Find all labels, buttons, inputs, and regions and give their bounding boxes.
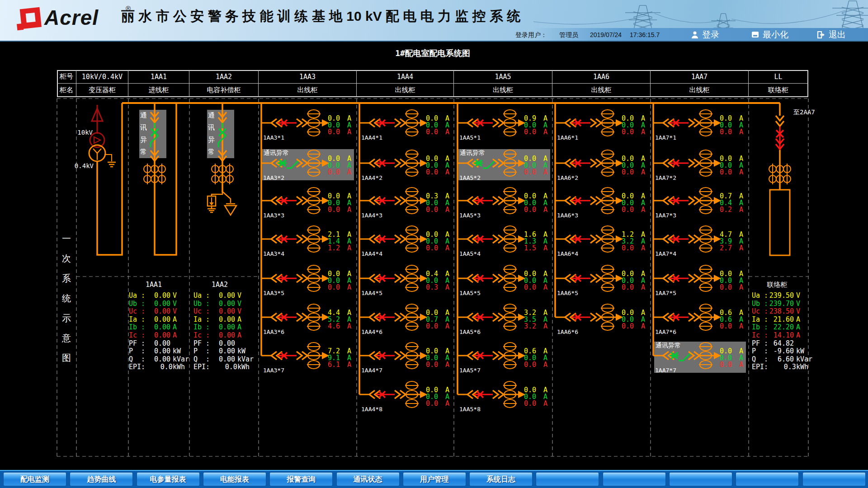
cabinet-id-cell: 1AA4 — [357, 70, 454, 84]
comm-error-label-char: 常 — [208, 148, 215, 155]
nav-button-1[interactable]: 配电监测 — [3, 472, 66, 486]
panel-row-value: 0.00 — [127, 332, 170, 339]
comm-error-label: 通讯异常 — [656, 342, 681, 349]
panel-row-value: 0.00 — [127, 308, 170, 315]
feeder-label: 1AA4*4 — [361, 251, 382, 257]
feeder-unit-a: A — [543, 284, 547, 291]
feeder-current-c: 1.5 — [511, 244, 536, 252]
feeder-unit-a: A — [641, 169, 645, 176]
panel-title: 联络柜 — [767, 281, 788, 288]
feeder-current-c: 0.0 — [707, 284, 732, 291]
cabinet-id-cell: 1AA5 — [454, 70, 552, 84]
side-label-char: 示 — [62, 314, 71, 323]
panel-row-unit: A — [796, 316, 800, 323]
panel-row-value: 0.00 — [127, 316, 170, 323]
cabinet-id-cell: 1AA1 — [128, 70, 189, 84]
feeder-current-c: 0.0 — [511, 206, 536, 213]
feeder-label: 1AA5*7 — [459, 367, 481, 374]
feeder-current-c: 0.0 — [413, 206, 438, 213]
feeder-current-c: 0.0 — [511, 169, 536, 176]
panel-row-value: 0.00 — [192, 324, 235, 331]
panel-row-value: 6.60 — [750, 356, 794, 363]
feeder-current-c: 0.0 — [413, 323, 438, 330]
feeder-unit-a: A — [445, 169, 449, 176]
side-label-char: 统 — [62, 294, 71, 303]
panel-row-unit: kW — [796, 347, 804, 355]
feeder-label: 1AA5*5 — [459, 290, 481, 296]
comm-error-label-char: 讯 — [208, 124, 215, 131]
feeder-current-c: 0.0 — [413, 128, 438, 136]
feeder-unit-a: A — [543, 206, 547, 213]
panel-row-unit: A — [796, 324, 800, 331]
nav-button-8[interactable]: 系统日志 — [469, 472, 533, 486]
feeder-current-c: 0.2 — [707, 206, 732, 213]
lv-voltage-label: 0.4kV — [66, 163, 94, 169]
panel-row-value: 0.00 — [127, 300, 170, 307]
feeder-unit-a: A — [543, 323, 547, 330]
panel-row-unit: A — [237, 324, 241, 331]
panel-row-unit: kVar — [173, 356, 189, 363]
panel-row-value: 0.00 — [192, 300, 235, 307]
feeder-unit-a: A — [739, 128, 743, 136]
nav-button-7[interactable]: 用户管理 — [403, 472, 466, 486]
comm-error-label-char: 异 — [140, 136, 147, 143]
panel-row-value: 0.00 — [192, 340, 235, 347]
feeder-unit-a: A — [739, 323, 743, 330]
feeder-current-c: 0.0 — [413, 244, 438, 252]
panel-row-unit: V — [173, 292, 177, 299]
panel-row-value: 239.70 — [750, 300, 794, 307]
panel-row-value: 0.00 — [192, 308, 235, 315]
feeder-current-c: 0.0 — [413, 169, 438, 176]
feeder-label: 1AA5*1 — [459, 135, 481, 141]
feeder-unit-a: A — [445, 284, 449, 291]
feeder-unit-a: A — [739, 244, 743, 252]
panel-row-unit: kW — [237, 347, 245, 355]
feeder-unit-a: A — [347, 128, 351, 136]
feeder-label: 1AA4*8 — [361, 406, 382, 413]
feeder-label: 1AA6*3 — [557, 212, 578, 219]
panel-row-value: -9.60 — [750, 347, 794, 355]
feeder-unit-a: A — [641, 284, 645, 291]
nav-button-4[interactable]: 电能报表 — [203, 472, 266, 486]
feeder-unit-a: A — [739, 361, 743, 368]
row-header-cabinet-id: 柜号 — [57, 70, 76, 84]
feeder-unit-a: A — [543, 400, 547, 407]
feeder-unit-a: A — [347, 169, 351, 176]
feeder-unit-a: A — [543, 244, 547, 252]
feeder-unit-a: A — [543, 361, 547, 368]
nav-button-2[interactable]: 趋势曲线 — [70, 472, 133, 486]
nav-button-empty — [802, 472, 866, 486]
cabinet-id-cell: 10kV/0.4kV — [76, 70, 128, 84]
nav-button-6[interactable]: 通讯状态 — [336, 472, 400, 486]
nav-button-3[interactable]: 电参量报表 — [137, 472, 200, 486]
panel-row-unit: V — [796, 292, 800, 299]
nav-button-empty — [536, 472, 599, 486]
feeder-current-c: 0.0 — [707, 361, 732, 368]
feeder-label: 1AA3*2 — [263, 175, 284, 181]
feeder-unit-a: A — [445, 128, 449, 136]
feeder-unit-a: A — [347, 244, 351, 252]
panel-row-value: 0.00 — [127, 340, 170, 347]
row-header-cabinet-name: 柜名 — [57, 84, 76, 97]
nav-button-5[interactable]: 报警查询 — [269, 472, 333, 486]
panel-row-value: 64.82 — [750, 340, 794, 347]
panel-row-value: 239.50 — [750, 292, 794, 299]
bottom-nav: 配电监测趋势曲线电参量报表电能报表报警查询通讯状态用户管理系统日志 — [0, 470, 868, 488]
panel-row-value: 0.00 — [127, 292, 170, 299]
panel-row-value: 0.00 — [192, 332, 235, 339]
feeder-unit-a: A — [445, 400, 449, 407]
cabinet-id-cell: 1AA6 — [552, 70, 651, 84]
feeder-current-c: 4.6 — [315, 323, 340, 330]
cabinet-name-cell: 出线柜 — [552, 84, 651, 97]
cabinet-name-cell: 联络柜 — [749, 84, 808, 97]
side-label-char: 一 — [62, 234, 71, 244]
comm-error-label-char: 通 — [208, 112, 215, 119]
feeder-current-c: 0.3 — [413, 284, 438, 291]
feeder-label: 1AA5*3 — [459, 212, 481, 219]
feeder-label: 1AA3*3 — [263, 212, 284, 219]
side-label-char: 图 — [62, 353, 71, 363]
feeder-unit-a: A — [739, 169, 743, 176]
comm-error-label: 通讯异常 — [460, 150, 485, 156]
side-label-char: 系 — [62, 274, 71, 283]
feeder-label: 1AA3*4 — [263, 251, 284, 257]
